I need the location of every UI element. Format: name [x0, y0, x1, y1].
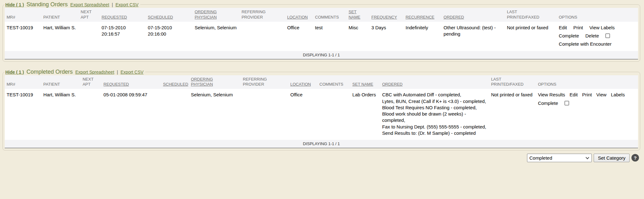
col-ordered[interactable]: ORDERED [442, 8, 505, 22]
cell-options: Edit Print View Labels Complete Delete C… [557, 22, 638, 51]
completed-orders-table: MR# PATIENT NEXTAPT REQUESTED SCHEDULED … [5, 75, 638, 149]
completed-orders-section: Hide ( 1 ) Completed Orders Export Sprea… [3, 69, 640, 151]
ordered-item: Lytes, BUN, Creat (Call if K+ is <3.0) -… [382, 98, 487, 105]
col-scheduled[interactable]: SCHEDULED [161, 75, 189, 89]
col-options: OPTIONS [557, 8, 638, 22]
standing-orders-legend: Hide ( 1 ) Standing Orders Export Spread… [5, 1, 140, 8]
view-labels-link[interactable]: View Labels [589, 25, 615, 30]
complete-checkbox[interactable] [564, 101, 569, 105]
complete-with-encounter-link[interactable]: Complete with Encounter [559, 41, 612, 47]
cell-scheduled: 07-15-2010 20:16:00 [146, 22, 193, 51]
col-comments: COMMENTS [318, 75, 351, 89]
col-next-apt: NEXTAPT [81, 75, 102, 89]
col-set-name[interactable]: SETNAME [347, 8, 369, 22]
labels-link[interactable]: Labels [611, 92, 625, 97]
col-set-name[interactable]: SET NAME [351, 75, 380, 89]
cell-scheduled [161, 89, 189, 139]
col-patient: PATIENT [42, 75, 81, 89]
col-patient: PATIENT [42, 8, 79, 22]
col-recurrence[interactable]: RECURRENCE [404, 8, 442, 22]
completed-export-csv-link[interactable]: Export CSV [120, 70, 143, 75]
ordered-item: Blood Test Requires NO Fasting - complet… [382, 105, 487, 111]
col-location[interactable]: LOCATION [285, 8, 313, 22]
cell-patient: Hart, William S. [42, 89, 81, 139]
cell-location: Office [288, 89, 318, 139]
edit-link[interactable]: Edit [559, 25, 567, 30]
legend-separator: | [117, 70, 118, 75]
standing-orders-section: Hide ( 1 ) Standing Orders Export Spread… [3, 1, 640, 62]
col-last-printed-faxed: LASTPRINTED/FAXED [489, 75, 536, 89]
col-mr: MR# [5, 8, 42, 22]
col-scheduled[interactable]: SCHEDULED [146, 8, 193, 22]
cell-last-printed-faxed: Not printed or faxed [505, 22, 557, 51]
edit-link[interactable]: Edit [569, 92, 578, 97]
standing-displaying-label: DISPLAYING 1-1 / 1 [5, 51, 638, 59]
standing-orders-table: MR# PATIENT NEXTAPT REQUESTED SCHEDULED … [5, 8, 638, 60]
view-results-link[interactable]: View Results [538, 92, 565, 97]
cell-mr: TEST-10019 [5, 89, 42, 139]
complete-link[interactable]: Complete [559, 33, 579, 38]
ordered-item: Send Results to: (Dr. M Sample) - comple… [382, 130, 487, 136]
print-link[interactable]: Print [582, 92, 592, 97]
completed-export-spreadsheet-link[interactable]: Export Spreadsheet [75, 70, 114, 75]
cell-ordered: CBC with Automated Diff - completed, Lyt… [380, 89, 489, 139]
completed-orders-title: Completed Orders [26, 69, 73, 75]
set-category-button[interactable]: Set Category [594, 154, 630, 162]
cell-set-name: Misc [347, 22, 369, 51]
completed-orders-legend: Hide ( 1 ) Completed Orders Export Sprea… [5, 69, 145, 75]
standing-export-csv-link[interactable]: Export CSV [115, 2, 138, 7]
ordered-item: CBC with Automated Diff - completed, [382, 92, 487, 98]
complete-checkbox[interactable] [605, 33, 610, 38]
category-select-wrap: Completed [527, 154, 592, 162]
cell-set-name: Lab Orders [351, 89, 380, 139]
cell-requested: 05-01-2008 09:59:47 [102, 89, 161, 139]
completed-hide-link[interactable]: Hide ( 1 ) [5, 70, 24, 75]
col-mr: MR# [5, 75, 42, 89]
cell-ordered: Other Ultrasound: (test) - pending [442, 22, 505, 51]
col-requested[interactable]: REQUESTED [100, 8, 146, 22]
print-link[interactable]: Print [573, 25, 583, 30]
col-ordering-physician[interactable]: ORDERINGPHYSICIAN [193, 8, 240, 22]
col-ordered[interactable]: ORDERED [380, 75, 489, 89]
col-location[interactable]: LOCATION [288, 75, 318, 89]
col-last-printed-faxed: LASTPRINTED/FAXED [505, 8, 557, 22]
cell-options: View Results Edit Print View Labels Comp… [536, 89, 638, 139]
help-icon[interactable]: ? [631, 154, 639, 162]
complete-link[interactable]: Complete [538, 100, 558, 106]
cell-referring-provider [241, 89, 288, 139]
completed-header-row: MR# PATIENT NEXTAPT REQUESTED SCHEDULED … [5, 75, 638, 89]
cell-requested: 07-15-2010 20:16:57 [100, 22, 146, 51]
cell-patient: Hart, William S. [42, 22, 79, 51]
col-comments: COMMENTS [313, 8, 347, 22]
completed-order-row: TEST-10019 Hart, William S. 05-01-2008 0… [5, 89, 638, 139]
category-controls: Completed Set Category ? [0, 153, 639, 162]
col-referring-provider: REFERRINGPROVIDER [240, 8, 285, 22]
completed-footer-row: DISPLAYING 1-1 / 1 [5, 139, 638, 148]
cell-ordering-physician: Selenium, Selenium [193, 22, 240, 51]
standing-hide-link[interactable]: Hide ( 1 ) [5, 2, 24, 7]
completed-displaying-label: DISPLAYING 1-1 / 1 [5, 139, 638, 148]
cell-last-printed-faxed: Not printed or faxed [489, 89, 536, 139]
view-link[interactable]: View [596, 92, 606, 97]
standing-header-row: MR# PATIENT NEXTAPT REQUESTED SCHEDULED … [5, 8, 638, 22]
cell-ordering-physician: Selenium, Selenium [189, 89, 241, 139]
cell-comments [318, 89, 351, 139]
ordered-item: Fax to Nursing Dept. (555) 555-5555 - co… [382, 124, 487, 130]
cell-location: Office [285, 22, 313, 51]
col-frequency[interactable]: FREQUENCY [369, 8, 404, 22]
cell-recurrence: Indefinitely [404, 22, 442, 51]
ordered-item: Blood work should be drawn (2 weeks) - c… [382, 111, 487, 124]
col-ordering-physician[interactable]: ORDERINGPHYSICIAN [189, 75, 241, 89]
col-referring-provider: REFERRINGPROVIDER [241, 75, 288, 89]
cell-referring-provider [240, 22, 285, 51]
col-requested[interactable]: REQUESTED [102, 75, 161, 89]
standing-export-spreadsheet-link[interactable]: Export Spreadsheet [70, 2, 109, 7]
cell-frequency: 3 Days [369, 22, 404, 51]
col-next-apt: NEXTAPT [79, 8, 100, 22]
cell-next-apt [81, 89, 102, 139]
standing-order-row: TEST-10019 Hart, William S. 07-15-2010 2… [5, 22, 638, 51]
category-select[interactable]: Completed [527, 154, 592, 162]
col-options: OPTIONS [536, 75, 638, 89]
cell-comments: test [313, 22, 347, 51]
delete-link[interactable]: Delete [585, 33, 599, 38]
